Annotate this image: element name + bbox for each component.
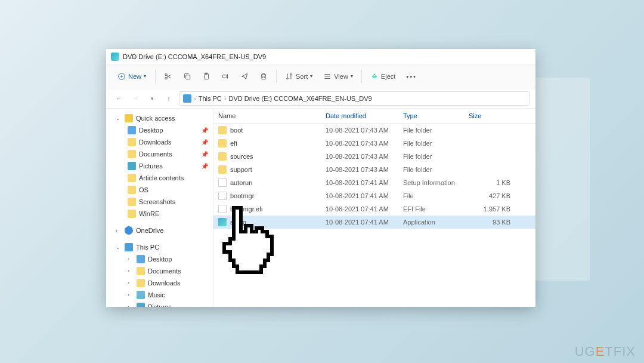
sort-icon <box>285 72 293 81</box>
folder-icon <box>128 198 136 206</box>
share-button[interactable] <box>236 70 253 83</box>
pin-icon: 📌 <box>201 127 208 134</box>
separator <box>276 70 277 83</box>
documents-icon <box>137 267 145 275</box>
breadcrumb-root[interactable]: This PC <box>199 95 222 102</box>
sidebar-pc-pictures[interactable]: ›Pictures <box>106 301 213 307</box>
file-date: 10-08-2021 07:43 AM <box>326 140 403 147</box>
breadcrumb[interactable]: › This PC › DVD Drive (E:) CCCOMA_X64FRE… <box>179 91 530 106</box>
svg-rect-3 <box>186 75 190 79</box>
rename-button[interactable] <box>216 70 234 83</box>
pc-icon <box>125 243 133 251</box>
recent-button[interactable]: ▾ <box>145 92 159 105</box>
file-row[interactable]: bootmgr.efi10-08-2021 07:41 AMEFI File1,… <box>213 202 535 216</box>
doc-icon <box>218 205 227 213</box>
navigation-bar: ← → ▾ ↑ › This PC › DVD Drive (E:) CCCOM… <box>106 88 535 109</box>
sidebar-pc-documents[interactable]: ›Documents <box>106 265 213 277</box>
sidebar-os[interactable]: OS <box>106 184 213 196</box>
doc-icon <box>218 192 227 200</box>
paste-button[interactable] <box>197 70 215 83</box>
sidebar-article[interactable]: Article contents <box>106 172 213 184</box>
file-name: autorun <box>230 179 252 186</box>
star-icon <box>125 114 133 122</box>
up-button[interactable]: ↑ <box>162 92 175 105</box>
file-name: setup <box>230 219 246 226</box>
file-date: 10-08-2021 07:43 AM <box>326 153 403 160</box>
sidebar-thispc[interactable]: ⌄This PC <box>106 241 213 253</box>
header-type[interactable]: Type <box>403 112 469 119</box>
file-row[interactable]: bootmgr10-08-2021 07:41 AMFile427 KB <box>213 189 535 202</box>
chevron-down-icon: ▾ <box>351 73 353 79</box>
file-row[interactable]: autorun10-08-2021 07:41 AMSetup Informat… <box>213 176 535 189</box>
desktop-icon <box>128 126 136 134</box>
sidebar-downloads[interactable]: Downloads📌 <box>106 136 213 148</box>
dvd-icon <box>111 53 119 61</box>
sidebar-onedrive[interactable]: ›OneDrive <box>106 224 213 236</box>
back-button[interactable]: ← <box>112 92 125 105</box>
file-date: 10-08-2021 07:41 AM <box>326 179 403 186</box>
folder-icon <box>128 174 136 182</box>
file-row[interactable]: boot10-08-2021 07:43 AMFile folder <box>213 124 535 137</box>
scissors-icon <box>164 72 172 81</box>
sidebar-documents[interactable]: Documents📌 <box>106 148 213 160</box>
new-button[interactable]: New ▾ <box>112 69 151 84</box>
pc-icon <box>183 94 191 103</box>
cut-button[interactable] <box>159 70 177 83</box>
header-size[interactable]: Size <box>469 112 510 119</box>
file-row[interactable]: sources10-08-2021 07:43 AMFile folder <box>213 150 535 163</box>
sidebar-quick-access[interactable]: ⌄Quick access <box>106 112 213 124</box>
delete-button[interactable] <box>255 70 273 83</box>
file-row[interactable]: efi10-08-2021 07:43 AMFile folder <box>213 137 535 150</box>
sidebar-pc-desktop[interactable]: ›Desktop <box>106 253 213 265</box>
sidebar-pc-downloads[interactable]: ›Downloads <box>106 277 213 289</box>
file-size: 93 KB <box>469 219 510 226</box>
navigation-pane: ⌄Quick access Desktop📌 Downloads📌 Docume… <box>106 109 213 307</box>
column-headers[interactable]: Name Date modified Type Size <box>213 109 535 124</box>
sidebar-desktop[interactable]: Desktop📌 <box>106 124 213 136</box>
sidebar-winre[interactable]: WinRE <box>106 208 213 220</box>
ellipsis-icon: ••• <box>406 73 417 80</box>
header-name[interactable]: Name <box>218 112 326 119</box>
folder-icon <box>218 126 227 134</box>
file-row[interactable]: support10-08-2021 07:43 AMFile folder <box>213 163 535 176</box>
more-button[interactable]: ••• <box>401 70 422 82</box>
file-name: bootmgr <box>230 192 254 199</box>
file-size: 1 KB <box>469 179 510 186</box>
sort-button[interactable]: Sort ▾ <box>280 70 317 83</box>
eject-button[interactable]: Eject <box>366 70 400 83</box>
sidebar-pc-music[interactable]: ›Music <box>106 289 213 301</box>
folder-icon <box>218 165 227 174</box>
file-type: Application <box>403 219 469 226</box>
separator <box>155 70 156 83</box>
sidebar-pictures[interactable]: Pictures📌 <box>106 160 213 172</box>
rename-icon <box>221 72 230 81</box>
chevron-down-icon: ▾ <box>144 73 146 79</box>
folder-icon <box>218 152 227 161</box>
file-row[interactable]: setup10-08-2021 07:41 AMApplication93 KB <box>213 216 535 229</box>
trash-icon <box>259 72 268 81</box>
copy-button[interactable] <box>178 70 196 83</box>
folder-icon <box>128 186 136 194</box>
pin-icon: 📌 <box>201 139 208 146</box>
folder-icon <box>218 139 227 147</box>
sidebar-screenshots[interactable]: Screenshots <box>106 196 213 208</box>
view-button[interactable]: View ▾ <box>318 70 358 83</box>
separator <box>361 70 362 83</box>
pin-icon: 📌 <box>201 151 208 158</box>
file-explorer-window: DVD Drive (E:) CCCOMA_X64FRE_EN-US_DV9 N… <box>106 49 535 307</box>
title-bar[interactable]: DVD Drive (E:) CCCOMA_X64FRE_EN-US_DV9 <box>106 49 535 64</box>
downloads-icon <box>137 279 145 287</box>
pictures-icon <box>137 303 145 307</box>
file-date: 10-08-2021 07:41 AM <box>326 205 403 213</box>
music-icon <box>137 291 145 299</box>
chevron-right-icon: › <box>224 95 227 102</box>
svg-rect-6 <box>222 75 227 78</box>
file-type: File <box>403 192 469 199</box>
file-type: Setup Information <box>403 179 469 186</box>
file-name: sources <box>230 153 253 160</box>
breadcrumb-current[interactable]: DVD Drive (E:) CCCOMA_X64FRE_EN-US_DV9 <box>228 95 371 102</box>
forward-button[interactable]: → <box>129 92 142 105</box>
doc-icon <box>218 179 227 187</box>
header-date[interactable]: Date modified <box>326 112 403 119</box>
clipboard-icon <box>202 72 210 81</box>
